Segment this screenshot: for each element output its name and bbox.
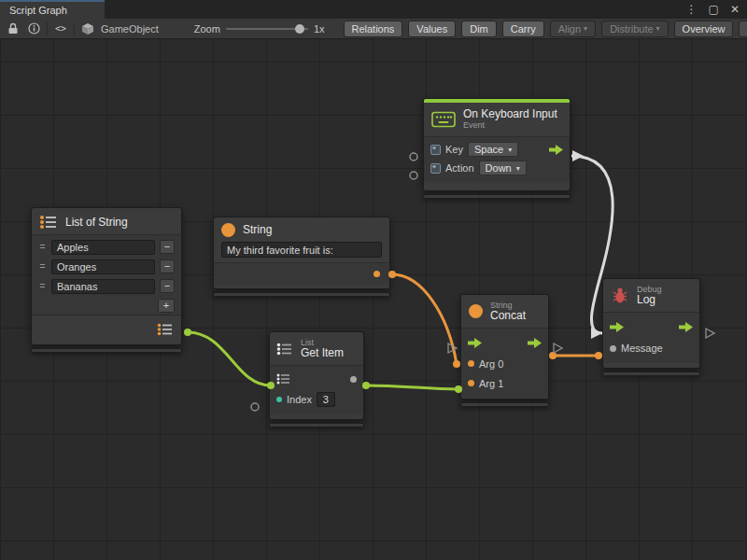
drag-handle-icon[interactable]: = [38,281,47,291]
lock-icon[interactable] [6,21,21,37]
graph-canvas[interactable]: On Keyboard Input Event Key Space ▾ [0,39,747,560]
overview-label: Overview [683,23,726,35]
action-port-label: Action [445,162,474,174]
string-type-icon [469,304,483,318]
arg1-input-port[interactable] [468,380,474,386]
node-title: On Keyboard Input [463,108,557,120]
carry-toggle[interactable]: Carry [502,21,544,37]
node-string-literal[interactable]: String My third favorite fruit is: [213,217,390,289]
values-label: Values [416,23,447,35]
string-value-field[interactable]: My third favorite fruit is: [221,242,382,258]
flow-output-port[interactable] [679,322,693,332]
bug-icon [611,287,629,304]
arg0-input-port[interactable] [468,360,474,367]
concat-flow-in-port[interactable] [448,343,457,353]
window-menu-icon[interactable]: ⋮ [686,3,698,16]
chevron-down-icon: ▾ [584,24,587,33]
node-title: Log [637,294,662,306]
flow-output-port[interactable] [549,145,563,155]
key-value-port[interactable] [410,153,417,161]
index-value: 3 [323,394,329,405]
wire-endpoint [595,352,602,359]
relations-toggle[interactable]: Relations [344,21,403,37]
arg1-label: Arg 1 [479,378,503,389]
node-footer-bar [31,348,182,353]
list-item-field[interactable]: Apples [51,240,155,255]
message-label: Message [621,343,663,354]
values-toggle[interactable]: Values [408,21,456,37]
dim-label: Dim [470,23,488,35]
add-item-button[interactable]: + [158,299,175,313]
zoom-slider[interactable] [226,28,308,30]
list-item-field[interactable]: Bananas [51,279,155,294]
chevron-down-icon: ▾ [508,146,512,154]
string-type-icon [221,223,235,237]
node-footer-bar [460,402,549,407]
log-flow-out-port[interactable] [706,329,714,338]
wire-getitem-to-concat[interactable] [366,385,458,389]
window-maximize-icon[interactable]: ▢ [709,3,719,16]
list-input-port[interactable] [276,373,290,385]
remove-item-button[interactable]: − [160,259,175,273]
list-icon [39,215,58,230]
wire-arrowhead [591,328,602,339]
list-output-port[interactable] [157,323,174,336]
drag-handle-icon[interactable]: = [38,261,47,272]
node-get-item[interactable]: List Get Item Index 3 [269,331,364,420]
flow-input-port[interactable] [610,322,624,332]
wire-list-to-getitem[interactable] [188,332,271,385]
remove-item-button[interactable]: − [160,279,175,293]
align-dropdown[interactable]: Align▾ [550,21,596,37]
action-dropdown[interactable]: Down ▾ [479,161,527,175]
key-dropdown[interactable]: Space ▾ [468,142,518,157]
action-value-port[interactable] [410,172,417,179]
list-item-value: Bananas [57,281,97,292]
distribute-label: Distribute [610,23,653,35]
node-debug-log[interactable]: Debug Log Message [602,278,700,369]
flow-input-port[interactable] [468,338,482,348]
remove-item-button[interactable]: − [160,240,175,254]
index-input-port[interactable] [276,397,282,402]
node-title: String [243,224,272,236]
info-icon[interactable] [26,21,41,37]
list-item-field[interactable]: Oranges [51,259,155,274]
item-output-port[interactable] [350,376,357,383]
drag-handle-icon[interactable]: = [38,242,47,252]
node-title: Get Item [301,347,344,359]
unity-script-graph-window: Script Graph ⋮ ▢ ✕ <> GameObject Zoom 1x… [0,0,747,560]
node-footer-bar [423,194,571,199]
overview-button[interactable]: Overview [674,21,734,37]
index-label: Index [287,394,312,405]
code-icon[interactable]: <> [53,21,68,37]
fullscreen-button[interactable]: Full Screen [739,21,747,37]
wire-arrowhead [572,150,584,161]
gameobject-selector[interactable]: GameObject [101,23,159,35]
list-item-value: Apples [57,242,89,253]
node-concat[interactable]: String Concat Arg 0 [460,294,549,399]
wire-endpoint [184,329,191,336]
keycode-type-icon [430,145,441,155]
concat-flow-out-port[interactable] [554,343,562,353]
list-icon [276,343,293,356]
message-input-port[interactable] [610,345,616,352]
chevron-down-icon: ▾ [656,24,660,33]
arg0-label: Arg 0 [479,358,503,370]
chevron-down-icon: ▾ [516,164,520,173]
node-title: Concat [490,310,526,322]
window-close-icon[interactable]: ✕ [730,3,740,16]
dim-toggle[interactable]: Dim [461,21,497,37]
node-on-keyboard-input[interactable]: On Keyboard Input Event Key Space ▾ [423,98,571,191]
flow-output-port[interactable] [528,338,542,348]
key-port-label: Key [445,144,463,155]
zoom-slider-knob[interactable] [295,24,304,34]
tab-script-graph[interactable]: Script Graph [0,0,105,19]
index-field[interactable]: 3 [317,392,335,407]
list-item-value: Oranges [57,261,96,273]
node-subtitle: Event [463,120,557,131]
distribute-dropdown[interactable]: Distribute▾ [601,21,668,37]
wire-endpoint [453,360,460,368]
node-list-of-string[interactable]: List of String = Apples − = Oranges − = … [31,207,182,345]
index-value-port[interactable] [251,403,259,411]
string-output-port[interactable] [374,271,380,277]
wire-string-to-concat[interactable] [392,274,457,364]
